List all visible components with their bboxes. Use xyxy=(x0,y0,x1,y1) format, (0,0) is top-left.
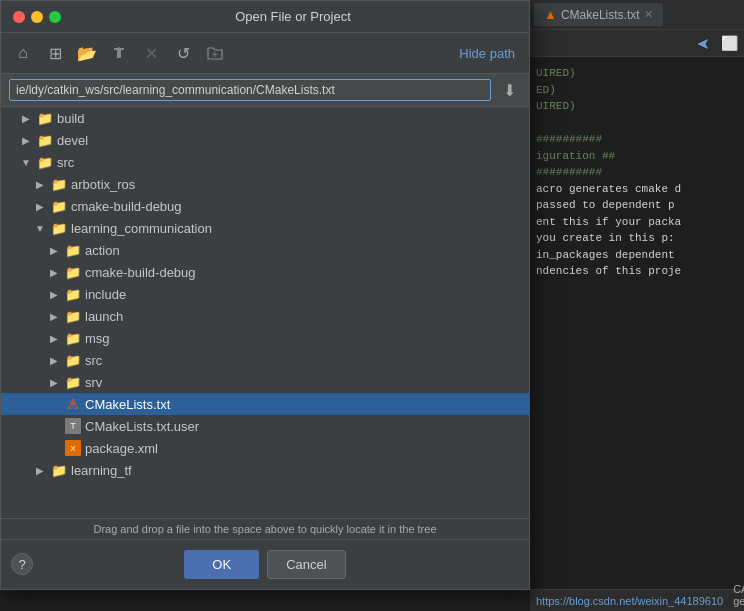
maximize-icon-btn[interactable]: ⬜ xyxy=(718,32,740,54)
code-line-12: in_packages dependent xyxy=(536,247,738,264)
code-line-9: passed to dependent p xyxy=(536,197,738,214)
tree-item-cmakelists-user[interactable]: T CMakeLists.txt.user xyxy=(1,415,529,437)
tree-item-src[interactable]: src xyxy=(1,151,529,173)
arrow-cmake-build xyxy=(33,199,47,213)
dialog-toolbar: ⌂ ⊞ 📂 ✕ ↺ + Hide path xyxy=(1,33,529,74)
folder-icon-learning-tf xyxy=(51,462,67,478)
label-launch: launch xyxy=(85,309,123,324)
open-file-dialog: Open File or Project ⌂ ⊞ 📂 ✕ ↺ + Hide pa… xyxy=(0,0,530,590)
folder-icon-launch xyxy=(65,308,81,324)
folder-icon-build xyxy=(37,110,53,126)
folder-icon-src xyxy=(37,154,53,170)
arrow-launch xyxy=(47,309,61,323)
code-line-7: ########## xyxy=(536,164,738,181)
label-devel: devel xyxy=(57,133,88,148)
label-learning-comm: learning_communication xyxy=(71,221,212,236)
arrow-src xyxy=(19,155,33,169)
home-btn[interactable]: ⌂ xyxy=(9,39,37,67)
code-line-8: acro generates cmake d xyxy=(536,181,738,198)
hide-path-btn[interactable]: Hide path xyxy=(453,42,521,65)
cancel-button[interactable]: Cancel xyxy=(267,550,345,579)
arrow-srv xyxy=(47,375,61,389)
editor-panel: ▲ CMakeLists.txt ✕ ➤ ⬜ UIRED) ED) UIRED)… xyxy=(530,0,744,611)
folder-icon-cmake-build xyxy=(51,198,67,214)
tree-item-arbotix[interactable]: arbotix_ros xyxy=(1,173,529,195)
code-line-5: ########## xyxy=(536,131,738,148)
arrow-include xyxy=(47,287,61,301)
arrow-learning-tf xyxy=(33,463,47,477)
folder-icon-arbotix xyxy=(51,176,67,192)
arrow-devel xyxy=(19,133,33,147)
tab-close-icon[interactable]: ✕ xyxy=(644,8,653,21)
tree-item-cmake-build[interactable]: cmake-build-debug xyxy=(1,195,529,217)
arrow-action xyxy=(47,243,61,257)
bottom-extra-text: CATKIN_DEPENDS geometry_msgs msgs_msgs..… xyxy=(733,583,744,612)
label-cmake-build2: cmake-build-debug xyxy=(85,265,196,280)
label-build: build xyxy=(57,111,84,126)
help-button[interactable]: ? xyxy=(11,553,33,575)
tree-item-devel[interactable]: devel xyxy=(1,129,529,151)
folder-icon-devel xyxy=(37,132,53,148)
arrow-src2 xyxy=(47,353,61,367)
ok-button[interactable]: OK xyxy=(184,550,259,579)
tab-cmake-label: CMakeLists.txt xyxy=(561,8,640,22)
folder-icon-msg xyxy=(65,330,81,346)
path-bar: ⬇ xyxy=(1,74,529,107)
close-window-btn[interactable] xyxy=(13,11,25,23)
tree-item-build[interactable]: build xyxy=(1,107,529,129)
arrow-msg xyxy=(47,331,61,345)
new-folder-btn[interactable]: + xyxy=(201,39,229,67)
tree-item-learning-tf[interactable]: learning_tf xyxy=(1,459,529,481)
editor-right-toolbar: ➤ ⬜ xyxy=(530,30,744,57)
code-line-2: ED) xyxy=(536,82,738,99)
tree-item-msg[interactable]: msg xyxy=(1,327,529,349)
cmake-tab-icon: ▲ xyxy=(544,7,557,22)
help-area: ? xyxy=(11,553,33,575)
desktop-btn[interactable]: ⊞ xyxy=(41,39,69,67)
cmake-file-icon xyxy=(65,396,81,412)
dialog-button-area: OK Cancel xyxy=(1,539,529,589)
file-tree[interactable]: build devel src arbotix_ros cmake-build-… xyxy=(1,107,529,518)
folder-icon-srv xyxy=(65,374,81,390)
tree-item-cmake-build2[interactable]: cmake-build-debug xyxy=(1,261,529,283)
tree-item-cmakelists[interactable]: CMakeLists.txt xyxy=(1,393,529,415)
tree-item-src2[interactable]: src xyxy=(1,349,529,371)
label-src: src xyxy=(57,155,74,170)
svg-rect-1 xyxy=(117,50,121,58)
bottom-url-text: https://blog.csdn.net/weixin_44189610 xyxy=(536,595,723,607)
editor-code-area: UIRED) ED) UIRED) ########## iguration #… xyxy=(530,57,744,611)
code-line-3: UIRED) xyxy=(536,98,738,115)
minimize-window-btn[interactable] xyxy=(31,11,43,23)
tree-item-action[interactable]: action xyxy=(1,239,529,261)
tree-item-learning-comm[interactable]: learning_communication xyxy=(1,217,529,239)
label-cmakelists-user: CMakeLists.txt.user xyxy=(85,419,199,434)
maximize-window-btn[interactable] xyxy=(49,11,61,23)
arrow-arbotix xyxy=(33,177,47,191)
folder-btn[interactable]: 📂 xyxy=(73,39,101,67)
dialog-title-bar: Open File or Project xyxy=(1,1,529,33)
label-srv: srv xyxy=(85,375,102,390)
tree-item-srv[interactable]: srv xyxy=(1,371,529,393)
back-icon-btn[interactable]: ➤ xyxy=(692,32,714,54)
code-line-13: ndencies of this proje xyxy=(536,263,738,280)
folder-icon-cmake-build2 xyxy=(65,264,81,280)
label-learning-tf: learning_tf xyxy=(71,463,132,478)
remove-btn[interactable]: ✕ xyxy=(137,39,165,67)
navigate-btn[interactable]: ⬇ xyxy=(497,78,521,102)
tree-item-launch[interactable]: launch xyxy=(1,305,529,327)
dialog-status-bar: Drag and drop a file into the space abov… xyxy=(1,518,529,539)
code-line-6: iguration ## xyxy=(536,148,738,165)
code-line-4 xyxy=(536,115,738,132)
code-line-10: ent this if your packa xyxy=(536,214,738,231)
dialog-title: Open File or Project xyxy=(69,9,517,24)
label-action: action xyxy=(85,243,120,258)
editor-tab-bar: ▲ CMakeLists.txt ✕ xyxy=(530,0,744,30)
tree-item-include[interactable]: include xyxy=(1,283,529,305)
code-line-1: UIRED) xyxy=(536,65,738,82)
tree-item-package-xml[interactable]: X package.xml xyxy=(1,437,529,459)
path-input[interactable] xyxy=(9,79,491,101)
up-btn[interactable] xyxy=(105,39,133,67)
refresh-btn[interactable]: ↺ xyxy=(169,39,197,67)
bottom-status-bar: https://blog.csdn.net/weixin_44189610 CA… xyxy=(530,589,744,611)
tab-cmake-header[interactable]: ▲ CMakeLists.txt ✕ xyxy=(534,3,663,26)
